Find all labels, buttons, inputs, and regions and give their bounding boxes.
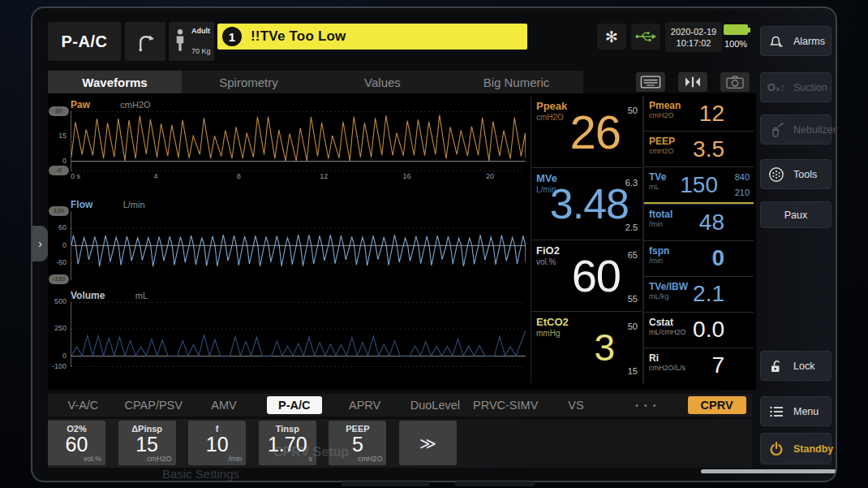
alarm-banner[interactable]: 1 !!TVe Too Low bbox=[217, 24, 527, 50]
monitor-value-etco2[interactable]: EtCO2 mmHg 50 15 3 bbox=[531, 311, 642, 383]
alarm-message: !!TVe Too Low bbox=[251, 28, 346, 45]
monitor-values-column-2: Pmean cmH2O 12 PEEP cmH2O 3.5 TVe mL 840… bbox=[642, 96, 754, 383]
monitor-value-fio2[interactable]: FiO2 vol.% 65 55 60 bbox=[531, 240, 642, 312]
setting-peep[interactable]: PEEP 5 cmH2O bbox=[329, 421, 386, 465]
lock-label: Lock bbox=[793, 361, 814, 372]
waveform-flow: Flow L/min 600-60120-120 bbox=[48, 199, 543, 280]
monitor-value-mve[interactable]: MVe L/min 6.3 2.5 3.48 bbox=[531, 167, 642, 240]
tools-button[interactable]: Tools bbox=[760, 159, 831, 189]
freeze-icon bbox=[682, 75, 703, 89]
alarm-limit-high: 65 bbox=[628, 250, 638, 260]
active-mode-display[interactable]: P-A/C bbox=[48, 22, 121, 61]
nebulizer-button[interactable]: Nebulizer bbox=[760, 114, 831, 145]
waveform-flow-plot[interactable] bbox=[71, 211, 526, 280]
menu-button[interactable]: Menu bbox=[760, 396, 831, 426]
mode-tabs-overflow[interactable]: • • • bbox=[611, 400, 681, 410]
mode-tab-amv[interactable]: AMV bbox=[189, 399, 260, 412]
camera-icon bbox=[724, 74, 746, 90]
breathing-circuit-button[interactable] bbox=[125, 22, 165, 61]
mode-tab-cpap-psv[interactable]: CPAP/PSV bbox=[118, 399, 189, 412]
waveform-volume-plot[interactable] bbox=[71, 302, 526, 367]
value-number: 48 bbox=[699, 209, 724, 235]
battery-percent: 100% bbox=[719, 39, 753, 49]
tab-spirometry[interactable]: Spirometry bbox=[182, 71, 316, 93]
mode-tab-pac-selected[interactable]: P-A/C bbox=[259, 396, 329, 414]
waveform-volume-scale[interactable]: 5002500-100 bbox=[48, 302, 71, 367]
monitor-value-cstat[interactable]: Cstat mL/cmH2O 0.0 bbox=[644, 312, 754, 348]
monitor-value-tve-ibw[interactable]: TVe/IBW mL/kg 2.1 bbox=[644, 276, 754, 312]
standby-button[interactable]: Standby bbox=[760, 433, 831, 464]
keyboard-button[interactable] bbox=[636, 72, 665, 92]
paux-button[interactable]: Paux bbox=[760, 201, 831, 228]
value-unit: mmHg bbox=[536, 329, 560, 338]
monitor-value-tve[interactable]: TVe mL 840 210 150 bbox=[644, 166, 754, 204]
monitor-value-ri[interactable]: Ri cmH2O/L/s 7 bbox=[644, 348, 754, 383]
setting-f[interactable]: f 10 /min bbox=[188, 421, 246, 465]
bezel-reflection bbox=[454, 482, 535, 486]
value-unit: mL/cmH2O bbox=[649, 328, 686, 336]
value-unit: cmH2O bbox=[649, 147, 674, 155]
more-settings-icon: ≫ bbox=[419, 434, 436, 453]
value-label: fspn bbox=[649, 245, 669, 257]
side-drawer-handle[interactable]: › bbox=[32, 226, 48, 261]
waveform-paw-plot[interactable] bbox=[71, 111, 526, 171]
lock-button[interactable]: Lock bbox=[760, 351, 831, 381]
value-number: 26 bbox=[569, 104, 621, 158]
usb-icon bbox=[634, 29, 657, 44]
value-unit: cmH2O bbox=[536, 113, 564, 122]
more-settings-button[interactable]: ≫ bbox=[399, 421, 457, 465]
suction-button[interactable]: O₂↑ Suction bbox=[760, 72, 831, 102]
waveform-flow-unit: L/min bbox=[123, 200, 145, 209]
mode-tab-cprv[interactable]: CPRV bbox=[681, 396, 752, 414]
value-label: FiO2 bbox=[536, 244, 560, 257]
setting-value: 10 bbox=[188, 434, 246, 456]
value-number: 2.1 bbox=[693, 281, 724, 307]
tab-big-numeric[interactable]: Big Numeric bbox=[449, 71, 583, 93]
monitor-value-pmean[interactable]: Pmean cmH2O 12 bbox=[644, 96, 754, 131]
monitor-values-column-1: Ppeak cmH2O 50 26 MVe L/min 6.3 2.5 3.48… bbox=[531, 96, 642, 383]
value-number: 3.5 bbox=[693, 136, 724, 162]
mode-tab-prvc-simv[interactable]: PRVC-SIMV bbox=[471, 399, 541, 412]
value-label: TVe bbox=[649, 171, 666, 183]
mode-tab-cprv-pill: CPRV bbox=[688, 396, 746, 414]
waveform-flow-scale[interactable]: 600-60120-120 bbox=[48, 211, 71, 280]
device-screen: P-A/C Adult 70 Kg 1 !!TVe Too bbox=[31, 6, 837, 482]
chevron-right-icon: › bbox=[38, 237, 42, 250]
alarm-bell-icon bbox=[766, 32, 787, 50]
value-number: 150 bbox=[680, 172, 718, 198]
mode-tab-duolevel[interactable]: DuoLevel bbox=[400, 399, 471, 412]
value-unit: cmH2O/L/s bbox=[649, 364, 685, 372]
value-unit: mL bbox=[649, 183, 660, 191]
tab-values[interactable]: Values bbox=[316, 71, 449, 93]
setting-value: 15 bbox=[118, 434, 176, 456]
mode-tab-vac[interactable]: V-A/C bbox=[48, 399, 118, 412]
setting-unit: cmH2O bbox=[358, 455, 383, 463]
tab-waveforms[interactable]: Waveforms bbox=[48, 71, 182, 93]
value-unit: /min bbox=[649, 257, 663, 265]
menu-label: Menu bbox=[793, 406, 819, 417]
waveform-paw-unit: cmH2O bbox=[120, 100, 150, 110]
waveform-volume-label: Volume bbox=[71, 290, 105, 301]
setting-o2[interactable]: O2% 60 vol.% bbox=[48, 421, 105, 465]
monitor-value-ppeak[interactable]: Ppeak cmH2O 50 26 bbox=[531, 96, 642, 167]
value-number: 60 bbox=[572, 249, 621, 302]
setting-tinsp[interactable]: Tinsp 1.70 s bbox=[259, 421, 316, 465]
freeze-button[interactable] bbox=[678, 72, 707, 92]
value-label: Pmean bbox=[649, 100, 681, 111]
monitor-value-ftotal[interactable]: ftotal /min 48 bbox=[644, 204, 754, 240]
monitor-value-fspn[interactable]: fspn /min 0 bbox=[644, 240, 754, 276]
waveform-paw-scale[interactable]: 15030-6 bbox=[48, 111, 71, 171]
waveform-flow-label: Flow bbox=[71, 199, 92, 210]
value-unit: /min bbox=[649, 220, 663, 228]
alarm-limit-high: 50 bbox=[628, 322, 638, 331]
mode-tab-vs[interactable]: VS bbox=[541, 399, 612, 412]
setting-dpinsp[interactable]: ΔPinsp 15 cmH2O bbox=[118, 421, 176, 465]
mode-tab-aprv[interactable]: APRV bbox=[329, 399, 400, 412]
patient-type: Adult bbox=[191, 27, 210, 35]
patient-button[interactable]: Adult 70 Kg bbox=[169, 22, 214, 61]
screenshot-button[interactable] bbox=[720, 72, 750, 92]
monitor-value-peep[interactable]: PEEP cmH2O 3.5 bbox=[644, 131, 754, 166]
value-label: Ri bbox=[649, 352, 659, 364]
alarms-button[interactable]: Alarms bbox=[760, 26, 831, 56]
paux-label: Paux bbox=[784, 209, 808, 221]
